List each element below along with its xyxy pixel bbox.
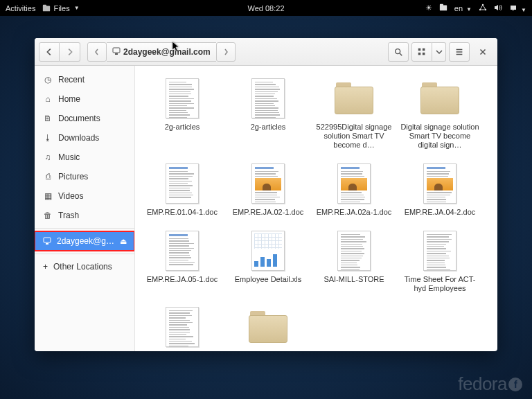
sidebar-item-trash[interactable]: 🗑 Trash <box>35 206 134 225</box>
svg-rect-2 <box>440 5 447 10</box>
sidebar-item-home[interactable]: ⌂ Home <box>35 89 134 109</box>
sidebar-separator <box>35 228 134 229</box>
tray-files-icon[interactable] <box>439 3 447 13</box>
file-item[interactable]: SAI-MILL-STORE <box>312 229 396 293</box>
sidebar-item-mount[interactable]: 2daygeek@g… ⏏ <box>35 231 134 251</box>
clock-icon: ◷ <box>43 75 53 85</box>
activities-button[interactable]: Activities <box>6 4 35 12</box>
file-label: Employee Detail.xls <box>235 275 302 284</box>
file-label: 2g-articles <box>251 123 286 132</box>
view-options-button[interactable] <box>432 42 446 62</box>
home-icon: ⌂ <box>43 94 53 104</box>
sidebar-item-recent[interactable]: ◷ Recent <box>35 70 134 89</box>
videos-icon: ▦ <box>43 191 53 201</box>
path-bar: 2daygeek@gmail.com <box>87 42 236 62</box>
clock[interactable]: Wed 08:22 <box>247 4 284 12</box>
gnome-topbar: Activities Files ▼ Wed 08:22 ☀ en ▼ ▼ <box>0 0 532 16</box>
file-label: EMP.RE.JA.04-2.doc <box>405 208 476 217</box>
svg-rect-10 <box>418 48 421 51</box>
svg-rect-8 <box>115 53 118 55</box>
path-next[interactable] <box>216 42 236 62</box>
file-thumb <box>420 229 459 272</box>
file-item[interactable]: Employee Detail.xls <box>227 229 310 293</box>
file-thumb <box>420 162 459 205</box>
sidebar-item-label: Trash <box>58 211 79 220</box>
sidebar-item-videos[interactable]: ▦ Videos <box>35 186 134 206</box>
path-segment-current[interactable]: 2daygeek@gmail.com <box>107 42 216 62</box>
file-item[interactable]: EMP.RE.JA.05-1.doc <box>141 229 224 293</box>
app-menu-label: Files <box>53 4 69 12</box>
forward-button[interactable] <box>60 42 80 62</box>
chevron-down-icon: ▼ <box>74 5 80 11</box>
sidebar-item-label: Recent <box>58 75 85 85</box>
svg-rect-7 <box>113 48 120 53</box>
sidebar-item-label: Pictures <box>58 172 88 181</box>
notifications-icon[interactable]: ▼ <box>509 3 526 13</box>
file-thumb <box>163 305 202 348</box>
file-item[interactable]: 522995Digital signage solution Smart TV … <box>312 77 396 150</box>
file-label: EMP.RE.JA.02a-1.doc <box>317 208 392 217</box>
file-label: SAI-MILL-STORE <box>323 275 384 284</box>
app-menu[interactable]: Files ▼ <box>42 4 79 12</box>
distro-watermark: fedora f <box>458 373 522 395</box>
files-window: 2daygeek@gmail.com <box>35 38 497 351</box>
file-item[interactable]: EMP.RE.01.04-1.doc <box>141 162 224 217</box>
close-button[interactable] <box>472 42 493 62</box>
sidebar-item-label: Home <box>58 94 80 104</box>
file-item[interactable] <box>141 305 224 351</box>
file-thumb <box>163 162 202 205</box>
svg-rect-3 <box>440 3 443 6</box>
eject-icon[interactable]: ⏏ <box>120 237 127 246</box>
file-item[interactable]: EMP.RE.JA.02-1.doc <box>227 162 310 217</box>
view-grid-button[interactable] <box>411 42 432 62</box>
sidebar-item-downloads[interactable]: ⭳ Downloads <box>35 128 134 148</box>
file-thumb <box>249 305 287 348</box>
file-item[interactable]: 2g-articles <box>141 77 224 150</box>
headerbar: 2daygeek@gmail.com <box>35 38 497 66</box>
file-item[interactable] <box>227 305 310 351</box>
file-thumb <box>163 77 202 120</box>
file-item[interactable]: Digital signage solution Smart TV become… <box>398 77 481 150</box>
volume-icon[interactable] <box>494 3 502 13</box>
svg-rect-14 <box>44 238 51 242</box>
sidebar-item-label: Downloads <box>58 133 99 143</box>
files-app-icon <box>42 4 51 12</box>
input-source[interactable]: en ▼ <box>454 4 472 12</box>
svg-rect-11 <box>423 48 425 51</box>
sidebar-item-other-locations[interactable]: + Other Locations <box>35 257 134 276</box>
svg-rect-1 <box>43 4 46 6</box>
document-icon: 🗎 <box>43 114 53 123</box>
sidebar-item-label: 2daygeek@g… <box>57 236 114 246</box>
file-item[interactable]: EMP.RE.JA.02a-1.doc <box>312 162 396 217</box>
search-button[interactable] <box>388 42 409 62</box>
back-button[interactable] <box>39 42 60 62</box>
file-label: Digital signage solution Smart TV become… <box>398 123 481 150</box>
file-label: Time Sheet For ACT-hyd Employees <box>398 275 481 293</box>
file-grid[interactable]: 2g-articles2g-articles522995Digital sign… <box>135 66 497 351</box>
file-item[interactable]: EMP.RE.JA.04-2.doc <box>398 162 481 217</box>
sidebar-item-label: Documents <box>58 114 100 123</box>
sidebar-item-pictures[interactable]: ⎙ Pictures <box>35 167 134 186</box>
file-thumb <box>163 229 202 272</box>
file-item[interactable]: Time Sheet For ACT-hyd Employees <box>398 229 481 293</box>
download-icon: ⭳ <box>43 133 53 143</box>
file-item[interactable]: 2g-articles <box>227 77 310 150</box>
sidebar-item-documents[interactable]: 🗎 Documents <box>35 109 134 128</box>
sidebar-item-label: Music <box>58 152 80 162</box>
file-thumb <box>335 229 373 272</box>
hamburger-menu-button[interactable] <box>449 42 470 62</box>
sidebar-item-label: Other Locations <box>53 262 112 272</box>
path-prev[interactable] <box>87 42 107 62</box>
network-icon[interactable] <box>479 3 487 13</box>
svg-rect-13 <box>423 52 425 55</box>
svg-rect-15 <box>46 243 48 245</box>
plus-icon: + <box>43 262 48 272</box>
sidebar-item-music[interactable]: ♫ Music <box>35 148 134 167</box>
svg-rect-0 <box>43 6 50 11</box>
places-sidebar: ◷ Recent ⌂ Home 🗎 Documents ⭳ Downloads … <box>35 66 135 351</box>
file-label: EMP.RE.01.04-1.doc <box>147 208 218 217</box>
fedora-logo-icon: f <box>508 378 522 391</box>
file-thumb <box>335 77 373 120</box>
brightness-icon[interactable]: ☀ <box>425 3 432 12</box>
path-label: 2daygeek@gmail.com <box>123 47 211 57</box>
